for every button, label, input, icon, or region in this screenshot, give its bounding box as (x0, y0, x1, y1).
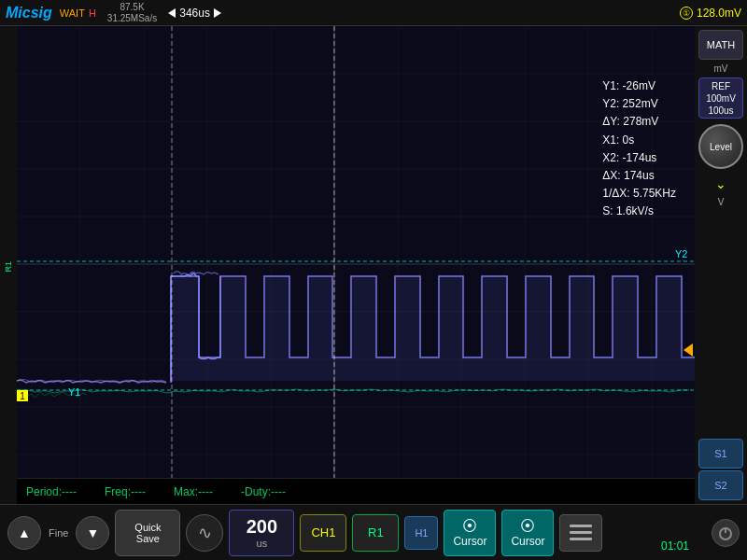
measurements-bar: Period:---- Freq:---- Max:---- -Duty:---… (17, 478, 695, 504)
chevron-down-icon: ⌄ (715, 176, 726, 191)
msa-rate: 31.25MSa/s (107, 13, 157, 24)
V-label: V (718, 197, 725, 207)
s2-button[interactable]: S2 (698, 470, 743, 500)
h1-button[interactable]: H1 (404, 516, 438, 550)
trigger-arrow (684, 343, 693, 357)
svg-rect-32 (570, 538, 592, 540)
trig-level-value: 128.0mV (697, 7, 741, 20)
quick-save-button[interactable]: QuickSave (115, 510, 180, 556)
left-labels: R1 (0, 26, 17, 504)
s1-button[interactable]: S1 (698, 439, 743, 469)
trig-h: H (89, 7, 96, 19)
power-icon (718, 525, 733, 540)
sample-info: 87.5K 31.25MSa/s (107, 2, 157, 24)
mV-label: mV (714, 63, 728, 74)
cursor1-label: Cursor (453, 535, 486, 548)
menu-button[interactable] (559, 514, 602, 552)
measure-freq: Freq:---- (105, 485, 146, 498)
cursor2-button[interactable]: ⦿ Cursor (501, 510, 554, 556)
measure-duty: -Duty:---- (241, 485, 286, 498)
bottom-toolbar: Fine QuickSave ∿ 200 us CH1 R1 H1 ⦿ Curs… (0, 504, 747, 560)
power-button[interactable] (712, 519, 740, 547)
cursor-x1: X1: 0s (602, 132, 676, 149)
cursor-freq: 1/ΔX: 5.75KHz (602, 185, 676, 203)
time-display: 200 us (229, 510, 294, 556)
ch1-scope-indicator: 1 (17, 390, 28, 401)
cursor1-button[interactable]: ⦿ Cursor (444, 510, 496, 556)
math-button[interactable]: MATH (698, 30, 743, 60)
right-sidebar: MATH mV REF100mV100us Level ⌄ V S1 S2 (695, 26, 747, 504)
ch1-button[interactable]: CH1 (300, 514, 346, 552)
level-knob[interactable]: Level (698, 124, 743, 169)
ref-button[interactable]: REF100mV100us (698, 77, 743, 119)
timebase-value: 346us (179, 7, 210, 20)
timebase-arrow-left[interactable] (168, 8, 176, 18)
cursor-y2: Y2: 252mV (602, 95, 676, 113)
status-wait: WAIT (60, 7, 85, 19)
menu-icon (570, 525, 592, 541)
timebase-arrow-right[interactable] (214, 8, 221, 18)
r1-button[interactable]: R1 (352, 514, 399, 552)
ref-label: REF100mV100us (706, 80, 736, 117)
down-arrow-button[interactable] (76, 516, 109, 550)
timebase-area[interactable]: 346us (168, 7, 221, 20)
time-value: 200 (247, 516, 277, 538)
wave-button[interactable]: ∿ (186, 514, 223, 552)
waveform-svg: Y2 Y1 (17, 26, 695, 504)
cursor-readout: Y1: -26mV Y2: 252mV ΔY: 278mV X1: 0s X2:… (602, 77, 676, 221)
cursor-y1: Y1: -26mV (602, 77, 676, 95)
measure-period: Period:---- (26, 485, 77, 498)
top-bar: Micsig WAIT H 87.5K 31.25MSa/s 346us ① 1… (0, 0, 747, 26)
cursor1-icon: ⦿ (462, 518, 477, 535)
time-code: 01:01 (661, 539, 689, 553)
svg-text:Y2: Y2 (675, 248, 687, 259)
scope-canvas: Y2 Y1 1 Y1: -26mV Y2: 252mV ΔY: 278mV X1… (17, 26, 695, 504)
logo: Micsig (6, 5, 52, 21)
cursor2-icon: ⦿ (520, 518, 535, 535)
measure-max: Max:---- (174, 485, 213, 498)
svg-rect-30 (570, 525, 592, 527)
fine-label: Fine (49, 527, 68, 539)
svg-text:Y1: Y1 (68, 386, 80, 398)
main-area: R1 (0, 26, 747, 504)
waveform-icon: ∿ (198, 523, 212, 543)
trig-icon: ① (680, 7, 693, 20)
up-arrow-button[interactable] (7, 516, 41, 550)
svg-rect-31 (570, 531, 592, 534)
cursor-x2: X2: -174us (602, 149, 676, 167)
cursor-dy: ΔY: 278mV (602, 113, 676, 131)
level-label: Level (710, 142, 732, 152)
time-unit: us (257, 538, 268, 549)
cursor2-label: Cursor (511, 535, 544, 548)
r1-channel-label: R1 (4, 261, 13, 273)
cursor-s: S: 1.6kV/s (602, 203, 676, 220)
quick-save-label: QuickSave (134, 522, 161, 544)
sample-rate: 87.5K (120, 2, 144, 13)
cursor-dx: ΔX: 174us (602, 167, 676, 185)
trig-level-info: ① 128.0mV (680, 7, 741, 20)
